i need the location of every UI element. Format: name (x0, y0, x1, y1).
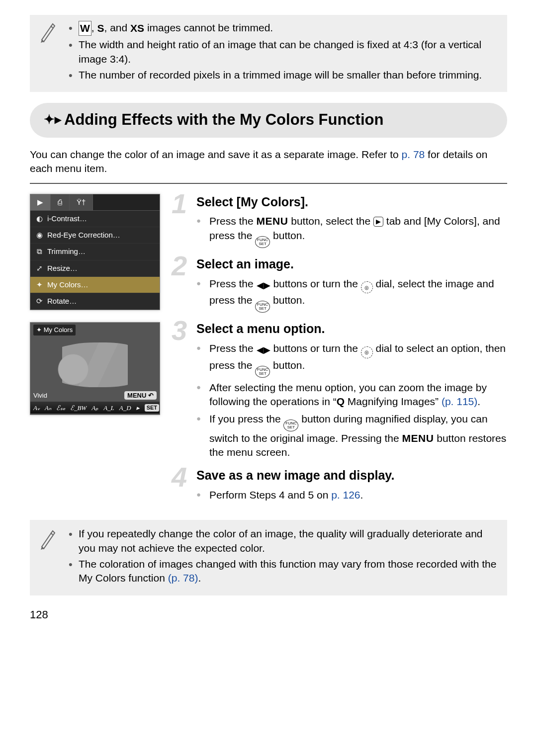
step-title: Select a menu option. (196, 321, 507, 337)
camera-menu-item-selected: ✦My Colors… (30, 277, 160, 293)
note-line-2: The width and height ratio of an image t… (67, 38, 498, 66)
magnify-icon: Q (337, 396, 345, 407)
link-p126[interactable]: p. 126 (331, 489, 360, 501)
step-number: 1 (172, 190, 187, 218)
step-3: 3 Select a menu option. Press the ◀▶ but… (174, 321, 507, 459)
camera-menu-item: ◉Red-Eye Correction… (30, 227, 160, 244)
step-number: 2 (172, 252, 187, 280)
menu-item-icon: ◉ (35, 230, 43, 240)
step-number: 3 (172, 317, 187, 344)
camera-menu-item: ⟳Rotate… (30, 293, 160, 310)
size-xs-icon: XS (130, 21, 144, 35)
func-set-button-icon: FUNCSET (255, 236, 270, 248)
camera-tab-print: ⎙ (51, 194, 70, 210)
menu-item-icon: ⧉ (35, 247, 43, 256)
preview-menu-badge: MENU ↶ (124, 391, 157, 400)
func-set-button-icon: FUNCSET (255, 301, 270, 313)
note-line: If you repeatedly change the color of an… (67, 527, 498, 555)
camera-tab-tools: Ÿ† (70, 194, 93, 210)
step-title: Select an image. (196, 256, 507, 273)
step-line: Press the ◀▶ buttons or turn the ◎ dial,… (196, 277, 507, 313)
pencil-icon (39, 20, 57, 84)
camera-preview-screenshot: ✦ My Colors Vivid MENU ↶ Aᵥ Aₙ ℰₛₑ ℰ_BW … (30, 322, 160, 415)
preview-set-badge: SET (145, 404, 159, 412)
step-title: Save as a new image and display. (196, 467, 507, 484)
rule (30, 183, 507, 184)
main-grid: ▶ ⎙ Ÿ† ◐i-Contrast… ◉Red-Eye Correction…… (30, 194, 507, 510)
note-box-top: W, S, and XS images cannot be trimmed. T… (30, 15, 507, 92)
page: W, S, and XS images cannot be trimmed. T… (15, 0, 522, 632)
step-line: If you press the FUNCSET button during m… (196, 412, 507, 460)
preview-mode-label: Vivid (33, 391, 47, 400)
step-title: Select [My Colors]. (196, 194, 507, 211)
menu-item-icon: ◐ (35, 214, 43, 224)
camera-tab-play: ▶ (30, 194, 51, 210)
camera-menu-screenshot: ▶ ⎙ Ÿ† ◐i-Contrast… ◉Red-Eye Correction…… (30, 194, 160, 311)
step-line: After selecting the menu option, you can… (196, 381, 507, 409)
menu-item-icon: ⟳ (35, 296, 43, 306)
step-line: Press the MENU button, select the ▶ tab … (196, 214, 507, 248)
control-dial-icon: ◎ (361, 346, 373, 358)
pencil-icon (39, 527, 57, 587)
camera-menu-item: ◐i-Contrast… (30, 211, 160, 227)
left-column: ▶ ⎙ Ÿ† ◐i-Contrast… ◉Red-Eye Correction…… (30, 194, 162, 510)
control-dial-icon: ◎ (361, 281, 373, 293)
link-p78-bottom[interactable]: (p. 78) (168, 572, 198, 584)
link-p115[interactable]: (p. 115) (442, 396, 477, 407)
step-line: Perform Steps 4 and 5 on p. 126. (196, 488, 507, 502)
menu-item-icon: ✦ (35, 280, 43, 290)
menu-button-icon: MENU (257, 215, 288, 227)
left-right-buttons-icon: ◀▶ (257, 279, 270, 291)
func-set-button-icon: FUNCSET (283, 420, 298, 431)
size-s-icon: S (97, 21, 104, 35)
note-line-3: The number of recorded pixels in a trimm… (67, 68, 498, 82)
camera-menu-item: ⤢Resize… (30, 260, 160, 277)
camera-menu-item: ⧉Trimming… (30, 244, 160, 260)
link-p78[interactable]: p. 78 (402, 149, 425, 160)
mycolors-icon: ✦ (36, 326, 42, 334)
step-4: 4 Save as a new image and display. Perfo… (174, 467, 507, 502)
func-set-button-icon: FUNCSET (255, 366, 270, 378)
note-box-bottom: If you repeatedly change the color of an… (30, 520, 507, 595)
step-number: 4 (172, 463, 187, 491)
step-2: 2 Select an image. Press the ◀▶ buttons … (174, 256, 507, 313)
preview-image-content (40, 342, 150, 387)
preview-mode-strip: Aᵥ Aₙ ℰₛₑ ℰ_BW Aₚ A_L A_D ▸ SET (30, 402, 160, 414)
left-right-buttons-icon: ◀▶ (257, 344, 270, 356)
note-list: W, S, and XS images cannot be trimmed. T… (64, 21, 498, 84)
camera-tabs: ▶ ⎙ Ÿ† (30, 194, 160, 211)
section-heading: ✦▸Adding Effects with the My Colors Func… (30, 103, 507, 138)
step-line: Press the ◀▶ buttons or turn the ◎ dial … (196, 341, 507, 378)
intro-text: You can change the color of an image and… (30, 148, 507, 176)
note-line: The coloration of images changed with th… (67, 557, 498, 586)
menu-item-icon: ⤢ (35, 263, 43, 273)
preview-title: ✦ My Colors (33, 325, 76, 336)
step-1: 1 Select [My Colors]. Press the MENU but… (174, 194, 507, 248)
playback-tab-icon: ▶ (373, 217, 383, 227)
page-number: 128 (30, 607, 507, 622)
note-list: If you repeatedly change the color of an… (64, 527, 498, 587)
menu-button-icon: MENU (402, 432, 434, 444)
mycolors-head-icon: ✦▸ (44, 112, 61, 127)
camera-menu-list: ◐i-Contrast… ◉Red-Eye Correction… ⧉Trimm… (30, 211, 160, 310)
steps-column: 1 Select [My Colors]. Press the MENU but… (174, 194, 507, 510)
note-line-1: W, S, and XS images cannot be trimmed. (67, 21, 498, 36)
size-w-icon: W (79, 21, 91, 36)
